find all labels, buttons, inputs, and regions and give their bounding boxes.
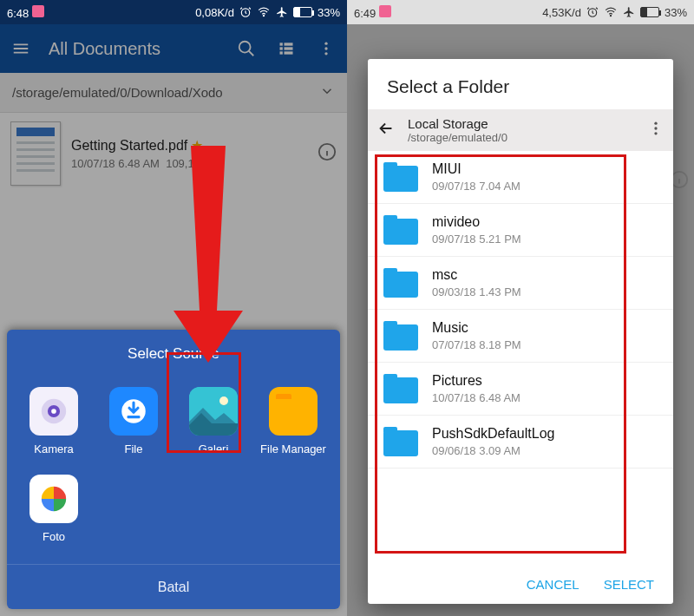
dialog-actions: CANCEL SELECT — [368, 565, 673, 604]
folder-list: MIUI09/07/18 7.04 AM mivideo09/07/18 5.2… — [368, 151, 673, 565]
svg-rect-17 — [128, 416, 141, 418]
source-label: Kamera — [34, 442, 74, 455]
svg-point-24 — [654, 122, 657, 125]
status-bar: 6:48 0,08K/d 33% — [0, 0, 347, 24]
storage-label: Local Storage — [408, 116, 635, 131]
svg-point-26 — [654, 132, 657, 134]
svg-point-25 — [654, 127, 657, 129]
dialog-title: Select a Folder — [368, 59, 673, 109]
filemanager-app-icon — [269, 387, 318, 436]
svg-point-15 — [51, 409, 56, 414]
source-label: File — [125, 442, 143, 455]
status-app-icon — [32, 5, 44, 17]
alarm-icon — [586, 6, 599, 18]
source-kamera[interactable]: Kamera — [17, 382, 90, 461]
svg-point-22 — [610, 16, 611, 16]
alarm-icon — [239, 6, 252, 18]
download-app-icon — [109, 387, 158, 436]
status-time: 6:49 — [354, 7, 376, 20]
status-battery: 33% — [318, 6, 340, 19]
battery-icon — [640, 7, 659, 17]
status-app-icon — [379, 5, 391, 17]
cancel-button[interactable]: Batal — [7, 564, 340, 609]
annotation-highlight-box — [167, 352, 241, 453]
source-label: Foto — [43, 530, 65, 543]
source-label: File Manager — [260, 442, 326, 455]
select-folder-dialog: Select a Folder Local Storage /storage/e… — [368, 59, 673, 604]
wifi-icon — [257, 6, 271, 18]
photos-app-icon — [29, 475, 78, 523]
source-file[interactable]: File — [97, 382, 170, 461]
left-screenshot: 6:48 0,08K/d 33% All Documents /storage/… — [0, 0, 347, 616]
status-net: 0,08K/d — [195, 6, 234, 19]
airplane-icon — [276, 6, 288, 18]
status-bar: 6:49 4,53K/d 33% — [347, 0, 694, 24]
annotation-highlight-box — [375, 154, 626, 554]
source-filemanager[interactable]: File Manager — [257, 382, 330, 461]
wifi-icon — [604, 6, 618, 18]
svg-point-1 — [263, 16, 264, 16]
back-icon[interactable] — [376, 119, 396, 141]
storage-header: Local Storage /storage/emulated/0 — [368, 109, 673, 151]
right-screenshot: 6:49 4,53K/d 33% Select a Folder Local S… — [347, 0, 694, 616]
storage-path: /storage/emulated/0 — [408, 131, 635, 144]
status-time: 6:48 — [7, 7, 29, 20]
cancel-button[interactable]: CANCEL — [527, 577, 579, 592]
battery-icon — [293, 7, 312, 17]
status-net: 4,53K/d — [542, 6, 581, 19]
airplane-icon — [623, 6, 635, 18]
status-battery: 33% — [665, 6, 687, 19]
overflow-icon[interactable] — [647, 120, 665, 141]
select-button[interactable]: SELECT — [604, 577, 654, 592]
camera-app-icon — [29, 387, 78, 436]
source-foto[interactable]: Foto — [17, 469, 90, 548]
